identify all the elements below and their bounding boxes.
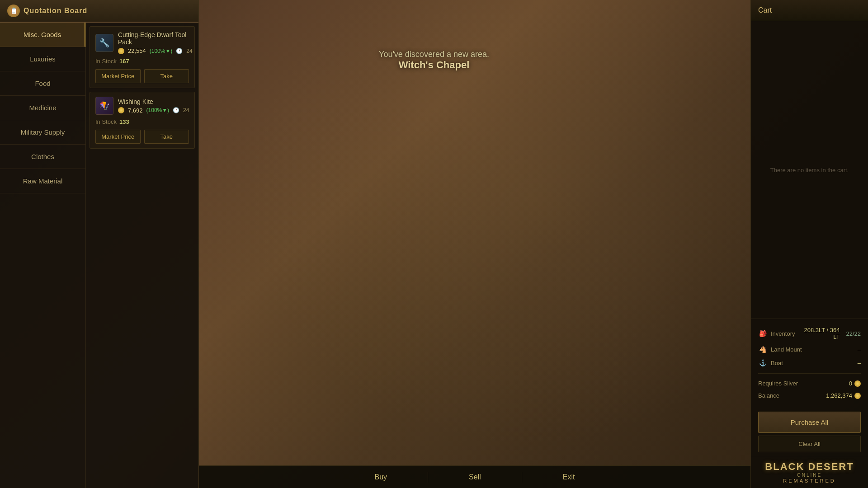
item-price-2: 7,692: [128, 107, 143, 114]
item-icon-1: 🔧: [95, 34, 113, 52]
separator-1: [428, 472, 428, 483]
balance-label: Balance: [758, 392, 779, 399]
clear-all-button[interactable]: Clear All: [758, 436, 861, 452]
sell-button[interactable]: Sell: [455, 469, 495, 485]
balance-row: Balance 1,262,374: [758, 389, 861, 402]
cart-stats: 🎒 Inventory 208.3LT / 364 LT 22/22 🐴 Lan…: [751, 319, 868, 407]
item-header-2: 🪁 Wishing Kite 7,692 (100%▼) 🕐 24: [95, 97, 189, 115]
buy-button[interactable]: Buy: [361, 469, 401, 485]
coin-icon-2: [118, 107, 124, 113]
stat-divider: [758, 373, 861, 374]
coin-icon-1: [118, 48, 124, 54]
requires-silver-coin-icon: [854, 380, 861, 387]
category-tabs: Misc. Goods Luxuries Food Medicine Milit…: [0, 23, 86, 488]
item-percent-1: (100%▼): [150, 48, 173, 54]
item-name-1: Cutting-Edge Dwarf Tool Pack: [118, 31, 193, 46]
land-mount-label: Land Mount: [771, 346, 854, 353]
tab-clothes[interactable]: Clothes: [0, 145, 85, 169]
requires-silver-label: Requires Silver: [758, 380, 798, 387]
take-button-2[interactable]: Take: [144, 130, 189, 144]
panel-header-icon: 📋: [7, 5, 20, 17]
bdo-logo: BLACK DESERT ONLINE REMASTERED: [751, 457, 868, 488]
boat-row: ⚓ Boat –: [758, 356, 861, 370]
land-mount-value: –: [858, 346, 861, 353]
clock-icon-1: 🕐: [176, 48, 183, 54]
stock-value-1: 167: [119, 58, 129, 65]
in-stock-label-1: In Stock: [95, 58, 117, 65]
item-price-row-1: 22,554 (100%▼) 🕐 24: [118, 47, 193, 54]
market-price-button-1[interactable]: Market Price: [95, 69, 141, 83]
game-background-overlay: [199, 0, 750, 488]
inventory-label: Inventory: [771, 330, 795, 337]
boat-value: –: [858, 360, 861, 366]
item-header-1: 🔧 Cutting-Edge Dwarf Tool Pack 22,554 (1…: [95, 31, 189, 54]
tab-luxuries[interactable]: Luxuries: [0, 47, 85, 71]
item-card-2: 🪁 Wishing Kite 7,692 (100%▼) 🕐 24 In St: [90, 92, 195, 149]
bdo-logo-text-line2: ONLINE: [758, 473, 861, 478]
item-time-1: 24: [186, 48, 192, 54]
requires-silver-value: 0: [849, 380, 861, 387]
boat-icon: ⚓: [758, 358, 767, 367]
item-icon-2: 🪁: [95, 97, 113, 115]
tab-raw-material[interactable]: Raw Material: [0, 169, 85, 193]
panel-title: Quotation Board: [24, 7, 87, 15]
tab-food[interactable]: Food: [0, 71, 85, 96]
cart-header: Cart: [751, 0, 868, 21]
cart-panel: Cart There are no items in the cart. 🎒 I…: [750, 0, 868, 488]
panel-header: 📋 Quotation Board: [0, 0, 198, 23]
stock-value-2: 133: [119, 118, 129, 125]
land-mount-row: 🐴 Land Mount –: [758, 343, 861, 356]
item-info-2: Wishing Kite 7,692 (100%▼) 🕐 24: [118, 98, 189, 114]
inventory-weight: 208.3LT / 364 LT: [798, 327, 840, 340]
item-stock-row-2: In Stock 133: [95, 118, 189, 125]
bdo-logo-text-line1: BLACK DESERT: [758, 462, 861, 472]
item-info-1: Cutting-Edge Dwarf Tool Pack 22,554 (100…: [118, 31, 193, 54]
exit-button[interactable]: Exit: [549, 469, 589, 485]
item-price-row-2: 7,692 (100%▼) 🕐 24: [118, 107, 189, 114]
item-stock-row-1: In Stock 167: [95, 58, 189, 65]
market-price-button-2[interactable]: Market Price: [95, 130, 141, 144]
inventory-row: 🎒 Inventory 208.3LT / 364 LT 22/22: [758, 324, 861, 343]
bottom-bar: Buy Sell Exit: [199, 465, 750, 488]
purchase-all-button[interactable]: Purchase All: [758, 412, 861, 433]
item-name-2: Wishing Kite: [118, 98, 189, 105]
item-time-2: 24: [183, 107, 189, 113]
boat-label: Boat: [771, 360, 854, 366]
item-actions-2: Market Price Take: [95, 130, 189, 144]
inventory-slots: 22/22: [846, 330, 861, 337]
item-percent-2: (100%▼): [146, 107, 170, 113]
balance-coin-icon: [854, 393, 861, 399]
tab-military-supply[interactable]: Military Supply: [0, 120, 85, 145]
separator-2: [522, 472, 522, 483]
item-actions-1: Market Price Take: [95, 69, 189, 83]
items-list: 🔧 Cutting-Edge Dwarf Tool Pack 22,554 (1…: [86, 23, 198, 488]
bdo-logo-text-line3: REMASTERED: [758, 478, 861, 483]
tab-medicine[interactable]: Medicine: [0, 96, 85, 120]
requires-silver-row: Requires Silver 0: [758, 377, 861, 389]
land-mount-icon: 🐴: [758, 345, 767, 354]
content-area: Misc. Goods Luxuries Food Medicine Milit…: [0, 23, 198, 488]
balance-value: 1,262,374: [826, 392, 861, 399]
item-price-1: 22,554: [128, 47, 146, 54]
in-stock-label-2: In Stock: [95, 118, 117, 125]
quotation-board-panel: 📋 Quotation Board Misc. Goods Luxuries F…: [0, 0, 199, 488]
item-card-1: 🔧 Cutting-Edge Dwarf Tool Pack 22,554 (1…: [90, 26, 195, 88]
tab-misc-goods[interactable]: Misc. Goods: [0, 23, 85, 47]
inventory-icon: 🎒: [758, 329, 767, 338]
cart-empty-message: There are no items in the cart.: [751, 21, 868, 319]
take-button-1[interactable]: Take: [144, 69, 189, 83]
clock-icon-2: 🕐: [173, 107, 179, 113]
